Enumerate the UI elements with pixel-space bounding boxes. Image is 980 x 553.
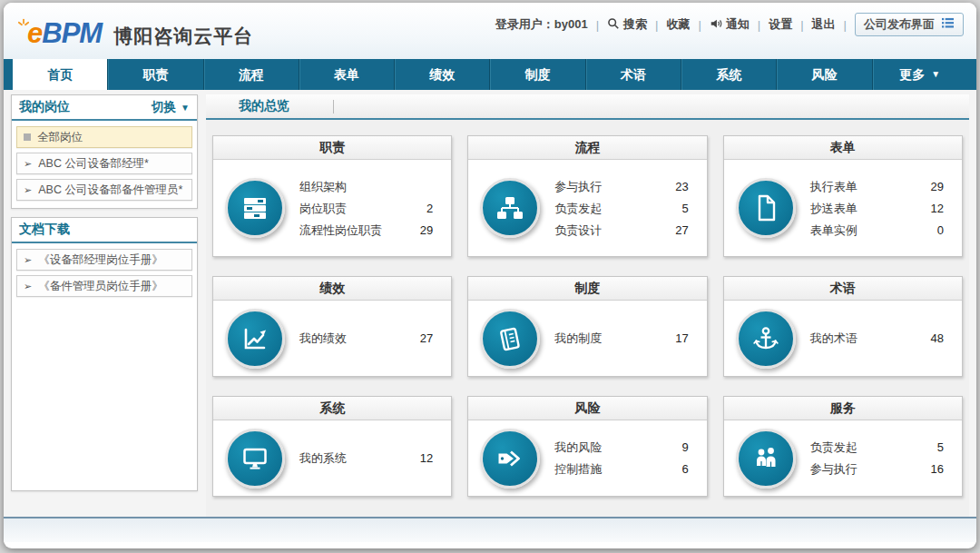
sidebar-item-all-positions[interactable]: 全部岗位 (16, 126, 192, 148)
doc-item-manager-handbook[interactable]: ➢ 《设备部经理岗位手册》 (16, 249, 192, 271)
stat-row[interactable]: 我的术语48 (810, 329, 944, 348)
tab-policy[interactable]: 制度 (490, 59, 585, 90)
document-icon (736, 178, 796, 238)
stat-row[interactable]: 我的系统12 (299, 449, 433, 468)
logo: eBPM 博阳咨询云平台 (27, 17, 253, 50)
stat-row[interactable]: 表单实例0 (810, 221, 944, 240)
tab-performance[interactable]: 绩效 (395, 59, 490, 90)
stat-row[interactable]: 负责发起5 (554, 199, 688, 218)
tab-home[interactable]: 首页 (13, 59, 108, 90)
tab-form[interactable]: 表单 (299, 59, 395, 90)
card-performance-title[interactable]: 绩效 (213, 277, 451, 301)
arrow-icon: ➢ (24, 159, 32, 169)
notifications-menu-item[interactable]: 通知 (710, 16, 750, 33)
favorites-menu-item[interactable]: 收藏 (666, 16, 690, 33)
stat-row[interactable]: 我的风险9 (554, 438, 688, 457)
card-process-title[interactable]: 流程 (468, 136, 706, 160)
logo-mark: eBPM (27, 17, 102, 50)
search-menu-item[interactable]: 搜索 (607, 16, 647, 33)
card-system-title[interactable]: 系统 (213, 397, 451, 420)
card-service: 服务 负责发起5 参与执行16 (723, 396, 963, 497)
sidebar: 我的岗位 切换 ▼ 全部岗位 ➢ ABC 公司设备部经理* (11, 94, 198, 491)
switch-label: 切换 (152, 99, 176, 115)
doc-item-label: 《备件管理员岗位手册》 (38, 279, 163, 294)
card-glossary-title[interactable]: 术语 (724, 277, 962, 301)
speaker-icon (710, 17, 722, 33)
doc-item-spareparts-handbook[interactable]: ➢ 《备件管理员岗位手册》 (16, 275, 192, 297)
stat-row[interactable]: 组织架构 (299, 177, 433, 196)
trend-chart-icon (225, 309, 285, 369)
card-duty-title[interactable]: 职责 (213, 136, 451, 160)
stat-row[interactable]: 流程性岗位职责29 (299, 221, 433, 240)
search-icon (607, 17, 620, 33)
card-form-title[interactable]: 表单 (724, 136, 962, 160)
stat-row[interactable]: 负责发起5 (810, 438, 944, 457)
tab-process[interactable]: 流程 (204, 59, 299, 90)
product-name: 博阳咨询云平台 (113, 24, 253, 49)
logout-menu-item[interactable]: 退出 (812, 16, 836, 33)
main-nav: 首页 职责 流程 表单 绩效 制度 术语 系统 风险 更多 ▼ (4, 59, 976, 90)
card-performance: 绩效 我的绩效27 (212, 276, 452, 377)
stat-row[interactable]: 我的绩效27 (299, 329, 433, 348)
list-icon (941, 17, 955, 32)
arrow-icon: ➢ (24, 281, 32, 291)
stat-row[interactable]: 负责设计27 (554, 221, 688, 240)
card-glossary: 术语 我的术语48 (723, 276, 963, 377)
documents-list: ➢ 《设备部经理岗位手册》 ➢ 《备件管理员岗位手册》 (12, 243, 197, 304)
publish-view-label: 公司发布界面 (864, 16, 935, 33)
card-risk-title[interactable]: 风险 (468, 397, 706, 420)
tab-more[interactable]: 更多 ▼ (873, 59, 967, 90)
flowchart-icon (480, 178, 540, 238)
tab-risk[interactable]: 风险 (777, 59, 872, 90)
stat-row[interactable]: 参与执行16 (810, 459, 944, 479)
content-tabbar: 我的总览 (206, 94, 969, 120)
tab-system[interactable]: 系统 (681, 59, 777, 90)
footer-bar (4, 517, 976, 542)
switch-position-button[interactable]: 切换 ▼ (152, 99, 190, 115)
logo-bpm: BPM (42, 17, 102, 49)
stat-row[interactable]: 执行表单29 (810, 177, 944, 196)
sidebar-item-spareparts-manager[interactable]: ➢ ABC 公司设备部备件管理员* (16, 179, 192, 201)
document-download-title: 文档下载 (19, 222, 70, 238)
stat-row[interactable]: 岗位职责2 (299, 199, 433, 218)
stat-row[interactable]: 我的制度17 (554, 329, 688, 348)
divider (758, 18, 760, 32)
spark-icon (16, 7, 31, 40)
divider (596, 18, 599, 32)
positions-list: 全部岗位 ➢ ABC 公司设备部经理* ➢ ABC 公司设备部备件管理员* (12, 121, 197, 208)
doc-item-label: 《设备部经理岗位手册》 (38, 252, 163, 268)
card-risk: 风险 我的风险9 控制措施6 (467, 396, 707, 497)
square-bullet-icon (24, 133, 31, 141)
stat-row[interactable]: 参与执行23 (554, 177, 688, 196)
sidebar-item-equipment-manager[interactable]: ➢ ABC 公司设备部经理* (16, 153, 192, 174)
card-service-title[interactable]: 服务 (724, 397, 962, 420)
stat-row[interactable]: 控制措施6 (554, 459, 688, 479)
divider (655, 18, 658, 32)
tab-more-label: 更多 (899, 59, 925, 90)
tag-icon (480, 429, 540, 489)
tab-divider (333, 100, 334, 114)
sidebar-item-label: 全部岗位 (37, 130, 83, 145)
chevron-down-icon: ▼ (931, 59, 940, 90)
org-structure-icon (225, 178, 285, 238)
tab-duty[interactable]: 职责 (108, 59, 203, 90)
app-window: eBPM 博阳咨询云平台 登录用户：by001 搜索 收藏 通知 (4, 3, 976, 548)
divider (698, 18, 701, 32)
my-positions-title: 我的岗位 (19, 99, 70, 115)
page-body: 我的岗位 切换 ▼ 全部岗位 ➢ ABC 公司设备部经理* (4, 90, 976, 517)
tab-my-overview[interactable]: 我的总览 (206, 98, 289, 114)
arrow-icon: ➢ (24, 185, 32, 195)
favorites-label: 收藏 (666, 16, 690, 33)
settings-menu-item[interactable]: 设置 (769, 16, 792, 33)
publish-view-button[interactable]: 公司发布界面 (855, 13, 964, 36)
anchor-icon (736, 309, 796, 369)
tab-glossary[interactable]: 术语 (586, 59, 681, 90)
stat-row[interactable]: 抄送表单12 (810, 199, 944, 218)
card-policy-title[interactable]: 制度 (468, 277, 706, 301)
people-icon (736, 429, 796, 489)
my-positions-panel: 我的岗位 切换 ▼ 全部岗位 ➢ ABC 公司设备部经理* (11, 94, 198, 209)
search-label: 搜索 (623, 16, 647, 33)
overview-cards: 职责 组织架构 岗位职责2 流程性岗位职责29 流程 (206, 120, 969, 517)
notifications-label: 通知 (726, 16, 750, 33)
login-user-label: 登录用户：by001 (495, 16, 588, 33)
